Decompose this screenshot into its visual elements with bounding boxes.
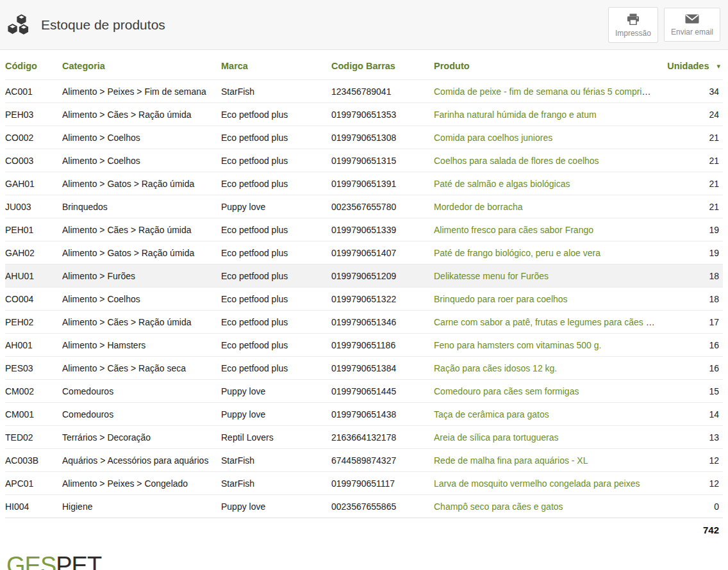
cell-product: Farinha natural húmida de frango e atum — [434, 103, 662, 126]
cell-barcode: 0023567655865 — [331, 495, 434, 518]
product-link[interactable]: Alimento fresco para cães sabor Frango — [434, 225, 593, 235]
product-link[interactable]: Coelhos para salada de flores de coelhos — [434, 156, 599, 166]
cell-units: 21 — [662, 126, 723, 149]
cell-barcode: 0199790651315 — [331, 149, 434, 172]
cell-product: Taça de cerâmica para gatos — [434, 403, 662, 426]
column-header-barcode[interactable]: Codigo Barras — [331, 50, 434, 80]
table-row: GAH01Alimento > Gatos > Ração úmidaEco p… — [5, 172, 723, 195]
cell-units: 24 — [662, 103, 723, 126]
cell-barcode: 0199790651407 — [331, 241, 434, 265]
product-link[interactable]: Carne com sabor a patê, frutas e legumes… — [434, 317, 662, 327]
table-row: AH001Alimento > HamstersEco petfood plus… — [5, 334, 723, 357]
cell-brand: Eco petfood plus — [221, 311, 331, 334]
table-row: GAH02Alimento > Gatos > Ração úmidaEco p… — [5, 241, 723, 265]
product-link[interactable]: Farinha natural húmida de frango e atum — [434, 110, 597, 120]
column-header-brand[interactable]: Marca — [221, 50, 331, 80]
cell-units: 21 — [662, 172, 723, 195]
product-link[interactable]: Paté de frango biológico, peru e aloe ve… — [434, 248, 600, 258]
product-link[interactable]: Comida para coelhos juniores — [434, 133, 552, 143]
stock-cubes-icon — [6, 13, 32, 37]
cell-category: Comedouros — [62, 403, 221, 426]
cell-barcode: 0199790651209 — [331, 265, 434, 288]
cell-units: 12 — [662, 472, 723, 495]
product-link[interactable]: Mordedor de borracha — [434, 202, 523, 212]
cell-category: Brinquedos — [62, 195, 221, 218]
cell-units: 12 — [662, 449, 723, 472]
cell-barcode: 123456789041 — [331, 80, 434, 103]
product-link[interactable]: Feno para hamsters com vitaminas 500 g. — [434, 340, 601, 350]
cell-category: Alimento > Cães > Ração úmida — [62, 103, 221, 126]
product-link[interactable]: Taça de cerâmica para gatos — [434, 409, 549, 419]
column-header-code[interactable]: Código — [5, 50, 62, 80]
cell-category: Aquários > Acessórios para aquários — [62, 449, 221, 472]
cell-barcode: 0199790651391 — [331, 172, 434, 195]
table-row: CO004Alimento > CoelhosEco petfood plus0… — [5, 288, 723, 311]
logo-text-pet: PET — [56, 552, 101, 570]
cell-brand: Eco petfood plus — [221, 357, 331, 380]
column-header-category[interactable]: Categoria — [62, 50, 221, 80]
cell-category: Alimento > Cães > Ração úmida — [62, 218, 221, 241]
cell-barcode: 0199790651384 — [331, 357, 434, 380]
total-units: 742 — [5, 518, 723, 544]
product-link[interactable]: Comida de peixe - fim de semana ou féria… — [434, 86, 662, 97]
cell-category: Alimento > Coelhos — [62, 126, 221, 149]
cell-code: APC01 — [5, 472, 62, 495]
cell-product: Larva de mosquito vermelho congelada par… — [434, 472, 662, 495]
cell-product: Comedouro para cães sem formigas — [434, 380, 662, 403]
cell-units: 34 — [662, 80, 723, 103]
table-row: PEH02Alimento > Cães > Ração úmidaEco pe… — [5, 311, 723, 334]
product-link[interactable]: Larva de mosquito vermelho congelada par… — [434, 478, 640, 489]
product-link[interactable]: Paté de salmão e algas biológicas — [434, 179, 570, 189]
cell-product: Paté de salmão e algas biológicas — [434, 172, 662, 195]
table-row: APC01Alimento > Peixes > CongeladoStarFi… — [5, 472, 723, 495]
total-row: 742 — [5, 518, 723, 544]
cell-code: HI004 — [5, 495, 62, 518]
cell-brand: Eco petfood plus — [221, 126, 331, 149]
product-link[interactable]: Ração para cães idosos 12 kg. — [434, 363, 557, 373]
product-link[interactable]: Brinquedo para roer para coelhos — [434, 294, 568, 304]
cell-brand: Eco petfood plus — [221, 288, 331, 311]
printer-icon — [627, 13, 640, 25]
cell-product: Comida de peixe - fim de semana ou féria… — [434, 80, 662, 103]
cell-product: Alimento fresco para cães sabor Frango — [434, 218, 662, 241]
cell-product: Champô seco para cães e gatos — [434, 495, 662, 518]
logo-text-ges: GES — [6, 552, 56, 570]
product-link[interactable]: Champô seco para cães e gatos — [434, 501, 563, 512]
cell-units: 18 — [662, 288, 723, 311]
product-link[interactable]: Rede de malha fina para aquários - XL — [434, 455, 588, 466]
cell-code: PES03 — [5, 357, 62, 380]
cell-category: Alimento > Cães > Ração úmida — [62, 311, 221, 334]
print-button-label: Impressão — [615, 29, 651, 38]
cell-product: Ração para cães idosos 12 kg. — [434, 357, 662, 380]
product-link[interactable]: Comedouro para cães sem formigas — [434, 386, 579, 396]
envelope-icon — [685, 14, 699, 24]
cell-category: Alimento > Hamsters — [62, 334, 221, 357]
cell-code: PEH02 — [5, 311, 62, 334]
cell-brand: Eco petfood plus — [221, 265, 331, 288]
send-email-button[interactable]: Enviar email — [664, 8, 720, 42]
cell-barcode: 0199790651346 — [331, 311, 434, 334]
cell-barcode: 2163664132178 — [331, 426, 434, 449]
cell-product: Brinquedo para roer para coelhos — [434, 288, 662, 311]
cell-product: Areia de sílica para tortugueras — [434, 426, 662, 449]
product-link[interactable]: Areia de sílica para tortugueras — [434, 432, 559, 443]
cell-category: Alimento > Gatos > Ração úmida — [62, 241, 221, 265]
table-row: PES03Alimento > Cães > Ração secaEco pet… — [5, 357, 723, 380]
product-link[interactable]: Delikatesse menu for Furões — [434, 271, 549, 281]
cell-units: 21 — [662, 195, 723, 218]
cell-product: Carne com sabor a patê, frutas e legumes… — [434, 311, 662, 334]
cell-barcode: 0199790651353 — [331, 103, 434, 126]
cell-brand: Puppy love — [221, 380, 331, 403]
cell-code: AC001 — [5, 80, 62, 103]
cell-units: 13 — [662, 426, 723, 449]
cell-product: Coelhos para salada de flores de coelhos — [434, 149, 662, 172]
send-email-button-label: Enviar email — [671, 28, 713, 37]
column-header-product[interactable]: Produto — [434, 50, 662, 80]
cell-barcode: 0023567655780 — [331, 195, 434, 218]
column-header-units-label: Unidades — [667, 61, 709, 71]
cell-units: 15 — [662, 380, 723, 403]
print-button[interactable]: Impressão — [608, 7, 658, 43]
column-header-units[interactable]: Unidades▾ — [662, 50, 723, 80]
cell-barcode: 6744589874327 — [331, 449, 434, 472]
cell-product: Rede de malha fina para aquários - XL — [434, 449, 662, 472]
